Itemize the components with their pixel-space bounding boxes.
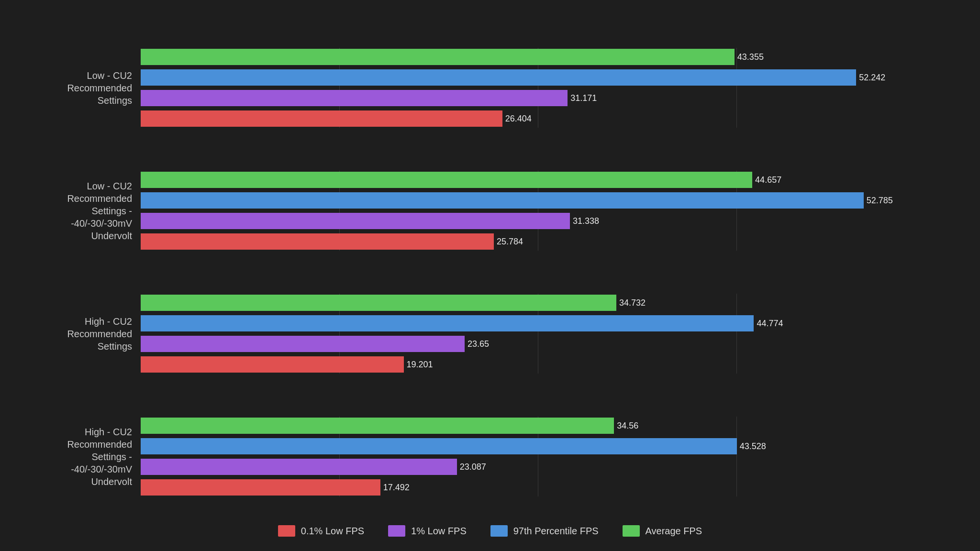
legend-swatch-0 — [278, 525, 295, 537]
bar-value-0-2: 31.171 — [570, 93, 597, 103]
group-0: Low - CU2RecommendedSettings43.35552.242… — [35, 48, 945, 128]
group-2: High - CU2RecommendedSettings34.73244.77… — [35, 294, 945, 374]
bar-value-3-0: 34.56 — [617, 421, 638, 431]
bar-0-3 — [141, 110, 502, 127]
bars-wrapper-2: 34.73244.77423.6519.201 — [141, 294, 945, 374]
bar-row-1-2: 31.338 — [141, 212, 945, 230]
bar-value-1-0: 44.657 — [755, 175, 781, 185]
bar-row-3-1: 43.528 — [141, 437, 945, 455]
bar-value-2-0: 34.732 — [619, 298, 646, 308]
legend-label-0: 0.1% Low FPS — [301, 526, 364, 537]
bar-0-0 — [141, 49, 735, 65]
chart-area: Low - CU2RecommendedSettings43.35552.242… — [35, 29, 945, 520]
bar-2-2 — [141, 336, 465, 352]
bar-value-2-3: 19.201 — [407, 360, 433, 370]
legend-label-3: Average FPS — [646, 526, 702, 537]
bar-0-2 — [141, 90, 568, 106]
bar-row-0-0: 43.355 — [141, 48, 945, 66]
bar-row-1-3: 25.784 — [141, 232, 945, 251]
bar-2-1 — [141, 315, 754, 331]
legend-label-2: 97th Percentile FPS — [513, 526, 599, 537]
legend-swatch-3 — [623, 525, 640, 537]
group-label-2: High - CU2RecommendedSettings — [35, 315, 141, 353]
bars-wrapper-3: 34.5643.52823.08717.492 — [141, 417, 945, 496]
bar-1-3 — [141, 233, 494, 250]
bar-0-1 — [141, 69, 856, 86]
bars-wrapper-1: 44.65752.78531.33825.784 — [141, 171, 945, 251]
bar-row-2-3: 19.201 — [141, 355, 945, 374]
bar-row-3-2: 23.087 — [141, 458, 945, 476]
legend-swatch-2 — [490, 525, 508, 537]
legend-item-0: 0.1% Low FPS — [278, 525, 364, 537]
bar-row-2-1: 44.774 — [141, 314, 945, 332]
bar-row-3-3: 17.492 — [141, 478, 945, 496]
bar-value-0-3: 26.404 — [505, 114, 532, 124]
bar-value-1-3: 25.784 — [497, 237, 523, 247]
bar-1-2 — [141, 213, 570, 229]
bar-row-1-0: 44.657 — [141, 171, 945, 189]
bar-value-1-1: 52.785 — [867, 196, 893, 206]
bar-row-1-1: 52.785 — [141, 191, 945, 209]
group-3: High - CU2RecommendedSettings --40/-30/-… — [35, 417, 945, 496]
bar-value-2-1: 44.774 — [757, 319, 783, 329]
bars-wrapper-0: 43.35552.24231.17126.404 — [141, 48, 945, 128]
legend: 0.1% Low FPS1% Low FPS97th Percentile FP… — [278, 525, 702, 537]
bar-value-0-1: 52.242 — [859, 73, 885, 83]
group-label-3: High - CU2RecommendedSettings --40/-30/-… — [35, 426, 141, 488]
group-1: Low - CU2RecommendedSettings --40/-30/-3… — [35, 171, 945, 251]
bar-row-0-2: 31.171 — [141, 89, 945, 107]
legend-swatch-1 — [388, 525, 405, 537]
bar-value-3-3: 17.492 — [383, 483, 410, 493]
bar-1-0 — [141, 172, 752, 188]
group-label-0: Low - CU2RecommendedSettings — [35, 69, 141, 107]
legend-item-1: 1% Low FPS — [388, 525, 467, 537]
bar-value-1-2: 31.338 — [573, 216, 599, 226]
bar-2-3 — [141, 356, 404, 373]
legend-item-2: 97th Percentile FPS — [490, 525, 599, 537]
bar-3-1 — [141, 438, 737, 454]
legend-item-3: Average FPS — [623, 525, 702, 537]
bar-3-3 — [141, 479, 380, 496]
bar-value-0-0: 43.355 — [737, 52, 764, 62]
bar-row-3-0: 34.56 — [141, 417, 945, 435]
bar-row-2-0: 34.732 — [141, 294, 945, 312]
bar-1-1 — [141, 192, 864, 209]
bar-value-2-2: 23.65 — [468, 339, 489, 349]
bar-row-2-2: 23.65 — [141, 335, 945, 353]
bar-value-3-1: 43.528 — [740, 441, 766, 452]
bar-row-0-1: 52.242 — [141, 68, 945, 87]
legend-label-1: 1% Low FPS — [411, 526, 467, 537]
bar-3-0 — [141, 418, 614, 434]
group-label-1: Low - CU2RecommendedSettings --40/-30/-3… — [35, 180, 141, 242]
bar-value-3-2: 23.087 — [460, 462, 486, 472]
bar-row-0-3: 26.404 — [141, 110, 945, 128]
bar-2-0 — [141, 295, 616, 311]
bar-3-2 — [141, 459, 457, 475]
